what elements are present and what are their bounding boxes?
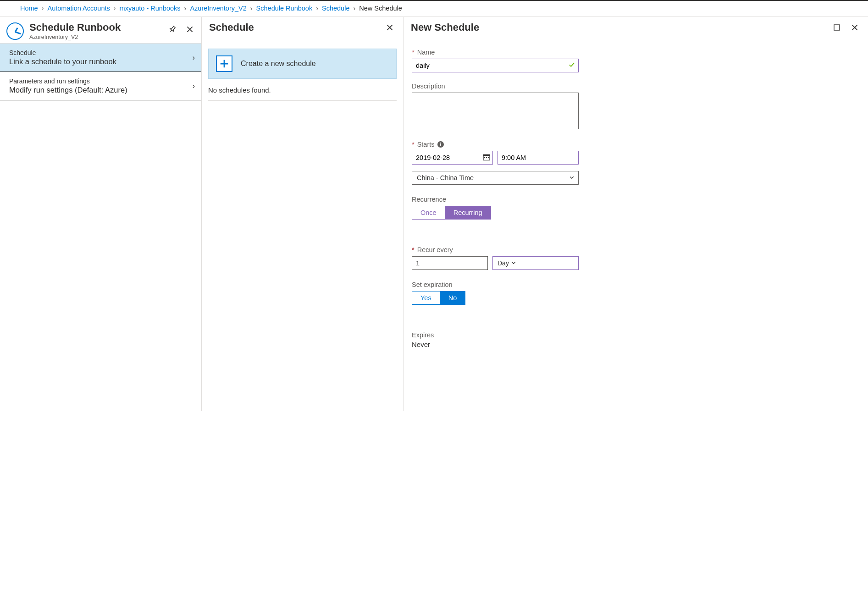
calendar-icon[interactable]: [483, 154, 490, 162]
breadcrumb-link[interactable]: Automation Accounts: [48, 5, 110, 12]
chevron-down-icon: [511, 259, 516, 267]
check-icon: [569, 62, 575, 70]
pin-icon[interactable]: [166, 23, 178, 35]
timezone-value: China - China Time: [417, 174, 474, 181]
step-desc: Modify run settings (Default: Azure): [9, 86, 193, 94]
svg-rect-2: [483, 155, 490, 156]
breadcrumb-current: New Schedule: [359, 5, 402, 12]
breadcrumb: Home › Automation Accounts › mxyauto - R…: [0, 1, 868, 16]
set-expiration-no-button[interactable]: No: [440, 291, 466, 305]
breadcrumb-link[interactable]: Schedule: [322, 5, 349, 12]
recurrence-toggle: Once Recurring: [412, 206, 579, 220]
starts-date-input[interactable]: [412, 151, 493, 165]
chevron-right-icon: ›: [193, 54, 195, 62]
step-label: Parameters and run settings: [9, 77, 193, 85]
recurrence-label: Recurrence: [412, 196, 579, 203]
chevron-right-icon: ›: [114, 5, 116, 12]
recur-every-input[interactable]: [412, 256, 488, 270]
close-icon[interactable]: [184, 23, 196, 35]
breadcrumb-link[interactable]: mxyauto - Runbooks: [120, 5, 181, 12]
expires-value: Never: [412, 341, 579, 348]
recurrence-recurring-button[interactable]: Recurring: [445, 206, 491, 220]
recur-every-label: *Recur every: [412, 246, 579, 253]
chevron-down-icon: [569, 174, 575, 181]
chevron-right-icon: ›: [250, 5, 253, 12]
plus-icon: [216, 55, 232, 72]
panel-title: New Schedule: [411, 22, 831, 33]
set-expiration-toggle: Yes No: [412, 291, 579, 305]
schedule-runbook-panel: Schedule Runbook AzureInventory_V2 Sched…: [0, 17, 202, 411]
name-input[interactable]: [412, 59, 579, 72]
schedule-step[interactable]: Schedule Link a schedule to your runbook…: [0, 44, 201, 72]
breadcrumb-link[interactable]: Schedule Runbook: [256, 5, 313, 12]
breadcrumb-link[interactable]: AzureInventory_V2: [190, 5, 246, 12]
schedule-panel: Schedule Create a new schedule No schedu…: [202, 17, 404, 411]
page-subtitle: AzureInventory_V2: [29, 34, 163, 40]
chevron-right-icon: ›: [42, 5, 44, 12]
panel-header: New Schedule: [404, 17, 868, 41]
description-input[interactable]: [412, 93, 579, 129]
close-icon[interactable]: [849, 22, 861, 33]
svg-rect-3: [484, 157, 485, 158]
info-icon[interactable]: i: [437, 141, 444, 148]
chevron-right-icon: ›: [184, 5, 187, 12]
recurrence-once-button[interactable]: Once: [412, 206, 445, 220]
svg-rect-4: [486, 157, 487, 158]
step-label: Schedule: [9, 49, 193, 56]
description-label: Description: [412, 82, 579, 90]
set-expiration-yes-button[interactable]: Yes: [412, 291, 440, 305]
recur-every-unit-select[interactable]: Day: [492, 256, 579, 270]
new-schedule-panel: New Schedule *Name Description: [404, 17, 868, 411]
recur-every-unit-value: Day: [498, 259, 509, 267]
set-expiration-label: Set expiration: [412, 281, 579, 288]
maximize-icon[interactable]: [831, 22, 842, 33]
svg-rect-5: [488, 157, 489, 158]
panel-header: Schedule Runbook AzureInventory_V2: [0, 17, 201, 44]
panel-header: Schedule: [202, 17, 403, 41]
timezone-select[interactable]: China - China Time: [412, 171, 579, 185]
page-title: Schedule Runbook: [29, 22, 163, 33]
parameters-step[interactable]: Parameters and run settings Modify run s…: [0, 72, 201, 100]
breadcrumb-link[interactable]: Home: [20, 5, 38, 12]
expires-label: Expires: [412, 331, 579, 339]
svg-rect-0: [834, 25, 840, 30]
panel-title: Schedule: [209, 22, 384, 33]
clock-icon: [6, 22, 24, 40]
create-schedule-label: Create a new schedule: [241, 60, 316, 68]
close-icon[interactable]: [384, 22, 396, 33]
name-label: *Name: [412, 49, 579, 56]
chevron-right-icon: ›: [193, 82, 195, 90]
chevron-right-icon: ›: [316, 5, 318, 12]
starts-time-input[interactable]: [498, 151, 579, 165]
step-desc: Link a schedule to your runbook: [9, 57, 193, 66]
create-schedule-button[interactable]: Create a new schedule: [208, 49, 397, 79]
empty-state: No schedules found.: [208, 86, 397, 101]
starts-label: *Starts i: [412, 141, 579, 148]
chevron-right-icon: ›: [353, 5, 355, 12]
